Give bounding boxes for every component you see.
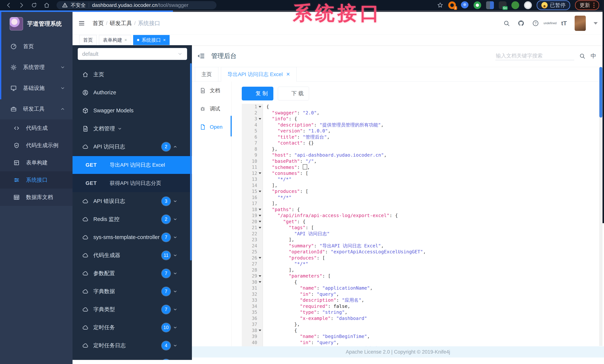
fold-arrow-icon[interactable] bbox=[259, 281, 261, 283]
doc-tab-导出API 访问日志 Excel[interactable]: 导出API 访问日志 Excel✕ bbox=[221, 67, 297, 81]
line-number[interactable]: 38 bbox=[242, 327, 263, 334]
code-editor[interactable]: 1{2 "swagger": "2.0",3 "info": {4 "descr… bbox=[242, 104, 599, 353]
fold-arrow-icon[interactable] bbox=[259, 106, 261, 108]
browser-reload-icon[interactable] bbox=[31, 2, 37, 8]
line-number[interactable]: 8 bbox=[242, 146, 263, 152]
bookmark-star-icon[interactable] bbox=[437, 2, 443, 8]
line-number[interactable]: 29 bbox=[242, 273, 263, 279]
green-circle-icon[interactable] bbox=[473, 1, 481, 9]
sidebar-subitem-系统接口[interactable]: 系统接口 bbox=[0, 171, 73, 188]
swagger-menu-定时任务日志[interactable]: 定时任务日志4 bbox=[73, 337, 192, 354]
sidebar-subitem-代码生成示例[interactable]: 代码生成示例 bbox=[0, 137, 73, 154]
line-number[interactable]: 21 bbox=[242, 225, 263, 231]
line-number[interactable]: 28 bbox=[242, 267, 263, 273]
breadcrumb-item[interactable]: 首页 bbox=[93, 20, 104, 27]
line-number[interactable]: 32 bbox=[242, 291, 263, 297]
fold-arrow-icon[interactable] bbox=[259, 275, 261, 277]
line-number[interactable]: 40 bbox=[242, 340, 263, 346]
app-logo[interactable]: 芋道管理系统 bbox=[0, 12, 73, 36]
line-number[interactable]: 18 bbox=[242, 207, 263, 213]
sidebar-subitem-表单构建[interactable]: 表单构建 bbox=[0, 154, 73, 171]
line-number[interactable]: 17 bbox=[242, 201, 263, 207]
copy-button[interactable]: 复 制 bbox=[242, 87, 273, 100]
line-number[interactable]: 2 bbox=[242, 110, 263, 116]
fullscreen-icon[interactable]: undefined bbox=[547, 20, 554, 27]
breadcrumb-item[interactable]: 研发工具 bbox=[110, 20, 132, 27]
caret-down-icon[interactable] bbox=[594, 22, 598, 25]
line-number[interactable]: 36 bbox=[242, 315, 263, 322]
dark-6n-icon[interactable]: 6n bbox=[499, 1, 506, 9]
line-number[interactable]: 26 bbox=[242, 255, 263, 261]
swagger-menu-定时任务[interactable]: 定时任务10 bbox=[73, 318, 192, 337]
line-number[interactable]: 27 bbox=[242, 261, 263, 267]
search-icon[interactable] bbox=[579, 53, 585, 59]
fold-arrow-icon[interactable] bbox=[259, 118, 261, 120]
line-number[interactable]: 12 bbox=[242, 170, 263, 176]
line-number[interactable]: 16 bbox=[242, 195, 263, 201]
swagger-menu-sys-sms-template-controller[interactable]: sys-sms-template-controller7 bbox=[73, 228, 192, 246]
fold-arrow-icon[interactable] bbox=[259, 330, 261, 331]
line-number[interactable]: 22 bbox=[242, 231, 263, 237]
help-icon[interactable]: ? bbox=[532, 20, 539, 27]
close-icon[interactable]: × bbox=[163, 38, 166, 42]
view-tag-表单构建[interactable]: 表单构建× bbox=[99, 35, 131, 45]
line-number[interactable]: 4 bbox=[242, 122, 263, 128]
grid-icon[interactable] bbox=[486, 1, 494, 9]
line-number[interactable]: 35 bbox=[242, 309, 263, 315]
green-app-icon[interactable] bbox=[511, 1, 519, 9]
search-icon[interactable] bbox=[503, 20, 510, 27]
line-number[interactable]: 20 bbox=[242, 219, 263, 225]
browser-back-icon[interactable] bbox=[6, 2, 12, 8]
line-number[interactable]: 13 bbox=[242, 176, 263, 182]
sidebar-collapse-icon[interactable] bbox=[78, 20, 85, 27]
swagger-menu-字典数据[interactable]: 字典数据7 bbox=[73, 282, 192, 300]
browser-update-button[interactable]: 更新 bbox=[575, 0, 599, 10]
fold-arrow-icon[interactable] bbox=[259, 215, 261, 216]
swagger-menu-Swagger Models[interactable]: Swagger Models bbox=[73, 101, 192, 120]
swagger-menu-API 访问日志[interactable]: API 访问日志2 bbox=[73, 138, 192, 156]
view-tag-首页[interactable]: 首页 bbox=[79, 35, 97, 45]
line-number[interactable]: 31 bbox=[242, 285, 263, 291]
sidebar-item-首页[interactable]: 首页 bbox=[0, 36, 73, 57]
swagger-menu-Redis 监控[interactable]: Redis 监控2 bbox=[73, 210, 192, 228]
browser-forward-icon[interactable] bbox=[18, 2, 25, 8]
line-number[interactable]: 3 bbox=[242, 116, 263, 122]
fold-arrow-icon[interactable] bbox=[259, 172, 261, 174]
mini-nav-调试[interactable]: 调试 bbox=[192, 100, 231, 118]
swagger-menu-Authorize[interactable]: Authorize bbox=[73, 84, 192, 101]
line-number[interactable]: 14 bbox=[242, 182, 263, 188]
swagger-menu-代码生成器[interactable]: 代码生成器11 bbox=[73, 246, 192, 264]
blue-pin-icon[interactable] bbox=[461, 1, 469, 9]
avatar[interactable] bbox=[575, 16, 586, 31]
line-number[interactable]: 24 bbox=[242, 243, 263, 249]
white-flower-icon[interactable] bbox=[524, 1, 532, 9]
line-number[interactable]: 33 bbox=[242, 297, 263, 303]
line-number[interactable]: 7 bbox=[242, 140, 263, 146]
sidebar-subitem-数据库文档[interactable]: 数据库文档 bbox=[0, 188, 73, 206]
mini-nav-Open[interactable]: Open bbox=[192, 118, 231, 136]
swagger-menu-文档管理[interactable]: 文档管理 bbox=[73, 120, 192, 138]
fold-arrow-icon[interactable] bbox=[259, 191, 261, 192]
line-number[interactable]: 9 bbox=[242, 152, 263, 158]
browser-home-icon[interactable] bbox=[44, 2, 50, 8]
github-icon[interactable] bbox=[518, 20, 524, 27]
page-scrollbar-thumb[interactable] bbox=[599, 67, 602, 118]
line-number[interactable]: 1 bbox=[242, 104, 263, 110]
line-number[interactable]: 15 bbox=[242, 188, 263, 195]
line-number[interactable]: 11 bbox=[242, 164, 263, 170]
doc-search-input[interactable] bbox=[495, 52, 574, 60]
close-icon[interactable]: × bbox=[125, 38, 127, 42]
fold-arrow-icon[interactable] bbox=[259, 209, 261, 210]
language-toggle[interactable]: 中 bbox=[590, 52, 597, 60]
line-number[interactable]: 5 bbox=[242, 128, 263, 134]
line-number[interactable]: 39 bbox=[242, 334, 263, 340]
api-endpoint-row[interactable]: GET导出API 访问日志 Excel bbox=[73, 156, 192, 174]
line-number[interactable]: 37 bbox=[242, 321, 263, 327]
swagger-menu-API 错误日志[interactable]: API 错误日志3 bbox=[73, 192, 192, 210]
swagger-scrollbar-thumb[interactable] bbox=[190, 63, 192, 260]
line-number[interactable]: 10 bbox=[242, 158, 263, 164]
line-number[interactable]: 23 bbox=[242, 237, 263, 243]
sidebar-subitem-代码生成[interactable]: 代码生成 bbox=[0, 119, 73, 137]
paused-extension-pill[interactable]: 已暂停 bbox=[537, 0, 570, 10]
orange-ring-icon[interactable]: 1 bbox=[448, 1, 456, 9]
